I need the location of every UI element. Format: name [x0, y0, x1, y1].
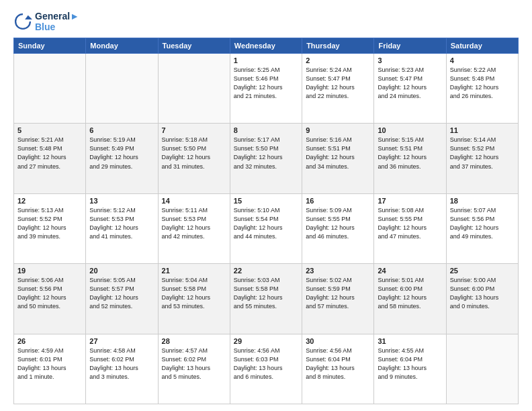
day-number: 5 — [17, 126, 82, 134]
day-number: 9 — [306, 126, 370, 134]
day-info: Sunrise: 5:17 AM Sunset: 5:50 PM Dayligh… — [234, 136, 298, 171]
day-info: Sunrise: 5:24 AM Sunset: 5:47 PM Dayligh… — [306, 66, 370, 101]
calendar-cell: 23Sunrise: 5:02 AM Sunset: 5:59 PM Dayli… — [302, 264, 374, 334]
day-info: Sunrise: 5:09 AM Sunset: 5:55 PM Dayligh… — [306, 206, 370, 241]
day-info: Sunrise: 5:12 AM Sunset: 5:53 PM Dayligh… — [89, 206, 154, 241]
calendar-cell: 1Sunrise: 5:25 AM Sunset: 5:46 PM Daylig… — [230, 54, 302, 124]
day-number: 7 — [162, 126, 226, 134]
day-info: Sunrise: 5:19 AM Sunset: 5:49 PM Dayligh… — [89, 136, 154, 171]
day-number: 20 — [89, 267, 154, 275]
day-number: 11 — [450, 126, 515, 134]
calendar-cell: 21Sunrise: 5:04 AM Sunset: 5:58 PM Dayli… — [158, 264, 230, 334]
day-number: 19 — [17, 267, 82, 275]
day-number: 10 — [378, 126, 442, 134]
day-number: 13 — [89, 197, 154, 205]
day-number: 4 — [450, 56, 515, 64]
day-number: 17 — [378, 197, 442, 205]
day-number: 30 — [306, 337, 370, 345]
day-number: 26 — [17, 337, 82, 345]
weekday-header-monday: Monday — [86, 38, 158, 54]
weekday-header-thursday: Thursday — [302, 38, 374, 54]
calendar-cell: 31Sunrise: 4:55 AM Sunset: 6:04 PM Dayli… — [374, 334, 446, 404]
day-info: Sunrise: 4:57 AM Sunset: 6:02 PM Dayligh… — [162, 347, 226, 381]
week-row-4: 19Sunrise: 5:06 AM Sunset: 5:56 PM Dayli… — [14, 264, 519, 334]
calendar-cell — [86, 54, 158, 124]
day-info: Sunrise: 5:00 AM Sunset: 6:00 PM Dayligh… — [450, 276, 515, 311]
day-number: 27 — [89, 337, 154, 345]
day-info: Sunrise: 5:25 AM Sunset: 5:46 PM Dayligh… — [234, 66, 298, 101]
week-row-2: 5Sunrise: 5:21 AM Sunset: 5:48 PM Daylig… — [14, 124, 519, 193]
calendar-cell: 10Sunrise: 5:15 AM Sunset: 5:51 PM Dayli… — [374, 124, 446, 193]
day-number: 2 — [306, 56, 370, 64]
calendar-cell: 9Sunrise: 5:16 AM Sunset: 5:51 PM Daylig… — [302, 124, 374, 193]
day-info: Sunrise: 5:22 AM Sunset: 5:48 PM Dayligh… — [450, 66, 515, 101]
day-number: 25 — [450, 267, 515, 275]
calendar-cell: 7Sunrise: 5:18 AM Sunset: 5:50 PM Daylig… — [158, 124, 230, 193]
calendar-cell: 28Sunrise: 4:57 AM Sunset: 6:02 PM Dayli… — [158, 334, 230, 404]
day-info: Sunrise: 5:18 AM Sunset: 5:50 PM Dayligh… — [162, 136, 226, 171]
calendar-cell: 4Sunrise: 5:22 AM Sunset: 5:48 PM Daylig… — [446, 54, 518, 124]
calendar-cell: 26Sunrise: 4:59 AM Sunset: 6:01 PM Dayli… — [14, 334, 86, 404]
week-row-5: 26Sunrise: 4:59 AM Sunset: 6:01 PM Dayli… — [14, 334, 519, 404]
weekday-header-friday: Friday — [374, 38, 446, 54]
week-row-1: 1Sunrise: 5:25 AM Sunset: 5:46 PM Daylig… — [14, 54, 519, 124]
page: General► Blue SundayMondayTuesdayWednesd… — [0, 0, 532, 411]
weekday-header-sunday: Sunday — [14, 38, 86, 54]
day-info: Sunrise: 5:08 AM Sunset: 5:55 PM Dayligh… — [378, 206, 442, 241]
weekday-header-wednesday: Wednesday — [230, 38, 302, 54]
calendar-cell: 18Sunrise: 5:07 AM Sunset: 5:56 PM Dayli… — [446, 193, 518, 263]
logo-icon — [13, 12, 32, 31]
day-info: Sunrise: 5:15 AM Sunset: 5:51 PM Dayligh… — [378, 136, 442, 171]
calendar-cell — [446, 334, 518, 404]
day-number: 6 — [89, 126, 154, 134]
day-info: Sunrise: 5:11 AM Sunset: 5:53 PM Dayligh… — [162, 206, 226, 241]
weekday-header-row: SundayMondayTuesdayWednesdayThursdayFrid… — [14, 38, 519, 54]
calendar-cell: 8Sunrise: 5:17 AM Sunset: 5:50 PM Daylig… — [230, 124, 302, 193]
day-number: 21 — [162, 267, 226, 275]
weekday-header-saturday: Saturday — [446, 38, 518, 54]
day-info: Sunrise: 5:03 AM Sunset: 5:58 PM Dayligh… — [234, 276, 298, 311]
calendar-cell: 3Sunrise: 5:23 AM Sunset: 5:47 PM Daylig… — [374, 54, 446, 124]
calendar-cell: 30Sunrise: 4:56 AM Sunset: 6:04 PM Dayli… — [302, 334, 374, 404]
day-info: Sunrise: 5:13 AM Sunset: 5:52 PM Dayligh… — [17, 206, 82, 241]
day-info: Sunrise: 4:58 AM Sunset: 6:02 PM Dayligh… — [89, 347, 154, 381]
calendar-cell: 22Sunrise: 5:03 AM Sunset: 5:58 PM Dayli… — [230, 264, 302, 334]
logo-text: General► Blue — [35, 11, 79, 32]
day-info: Sunrise: 5:05 AM Sunset: 5:57 PM Dayligh… — [89, 276, 154, 311]
calendar-cell: 5Sunrise: 5:21 AM Sunset: 5:48 PM Daylig… — [14, 124, 86, 193]
day-info: Sunrise: 5:16 AM Sunset: 5:51 PM Dayligh… — [306, 136, 370, 171]
day-info: Sunrise: 4:56 AM Sunset: 6:04 PM Dayligh… — [306, 347, 370, 381]
calendar-cell: 16Sunrise: 5:09 AM Sunset: 5:55 PM Dayli… — [302, 193, 374, 263]
day-number: 14 — [162, 197, 226, 205]
calendar-cell: 19Sunrise: 5:06 AM Sunset: 5:56 PM Dayli… — [14, 264, 86, 334]
calendar-cell: 13Sunrise: 5:12 AM Sunset: 5:53 PM Dayli… — [86, 193, 158, 263]
weekday-header-tuesday: Tuesday — [158, 38, 230, 54]
week-row-3: 12Sunrise: 5:13 AM Sunset: 5:52 PM Dayli… — [14, 193, 519, 263]
day-info: Sunrise: 5:06 AM Sunset: 5:56 PM Dayligh… — [17, 276, 82, 311]
calendar-cell: 27Sunrise: 4:58 AM Sunset: 6:02 PM Dayli… — [86, 334, 158, 404]
day-info: Sunrise: 4:55 AM Sunset: 6:04 PM Dayligh… — [378, 347, 442, 381]
day-info: Sunrise: 5:23 AM Sunset: 5:47 PM Dayligh… — [378, 66, 442, 101]
header: General► Blue — [13, 11, 519, 32]
day-info: Sunrise: 5:21 AM Sunset: 5:48 PM Dayligh… — [17, 136, 82, 171]
day-info: Sunrise: 5:04 AM Sunset: 5:58 PM Dayligh… — [162, 276, 226, 311]
day-number: 23 — [306, 267, 370, 275]
day-number: 8 — [234, 126, 298, 134]
calendar-table: SundayMondayTuesdayWednesdayThursdayFrid… — [13, 38, 519, 404]
day-info: Sunrise: 4:59 AM Sunset: 6:01 PM Dayligh… — [17, 347, 82, 381]
logo: General► Blue — [13, 11, 79, 32]
calendar-cell: 25Sunrise: 5:00 AM Sunset: 6:00 PM Dayli… — [446, 264, 518, 334]
calendar-cell: 20Sunrise: 5:05 AM Sunset: 5:57 PM Dayli… — [86, 264, 158, 334]
calendar-cell: 17Sunrise: 5:08 AM Sunset: 5:55 PM Dayli… — [374, 193, 446, 263]
calendar-cell: 14Sunrise: 5:11 AM Sunset: 5:53 PM Dayli… — [158, 193, 230, 263]
day-info: Sunrise: 4:56 AM Sunset: 6:03 PM Dayligh… — [234, 347, 298, 381]
day-number: 29 — [234, 337, 298, 345]
day-info: Sunrise: 5:01 AM Sunset: 6:00 PM Dayligh… — [378, 276, 442, 311]
day-number: 31 — [378, 337, 442, 345]
day-number: 3 — [378, 56, 442, 64]
day-number: 15 — [234, 197, 298, 205]
calendar-cell: 24Sunrise: 5:01 AM Sunset: 6:00 PM Dayli… — [374, 264, 446, 334]
day-number: 16 — [306, 197, 370, 205]
calendar-cell: 11Sunrise: 5:14 AM Sunset: 5:52 PM Dayli… — [446, 124, 518, 193]
day-number: 22 — [234, 267, 298, 275]
